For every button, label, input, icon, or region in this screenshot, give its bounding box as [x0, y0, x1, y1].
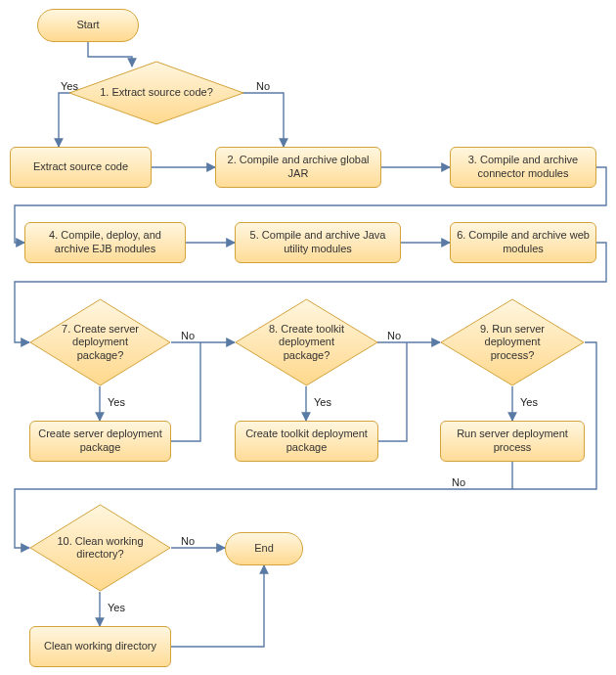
p10-label: Clean working directory: [44, 640, 156, 653]
d8-label: 8. Create toolkit deployment package?: [256, 323, 357, 362]
process-compile-global-jar: 2. Compile and archive global JAR: [215, 147, 381, 188]
start-label: Start: [76, 19, 99, 32]
decision-create-toolkit-package: 8. Create toolkit deployment package?: [235, 298, 378, 386]
d1-no: No: [256, 80, 270, 92]
d1-yes: Yes: [61, 80, 78, 92]
d7-yes: Yes: [108, 396, 125, 408]
d10-yes: Yes: [108, 602, 125, 613]
start-terminator: Start: [37, 9, 139, 42]
decision-create-server-package: 7. Create server deployment package?: [29, 298, 171, 386]
decision-run-server-deploy: 9. Run server deployment process?: [440, 298, 585, 386]
d9-yes: Yes: [520, 396, 538, 408]
process-extract-source: Extract source code: [10, 147, 152, 188]
process-compile-web: 6. Compile and archive web modules: [450, 222, 596, 263]
process-compile-java-utility: 5. Compile and archive Java utility modu…: [235, 222, 401, 263]
d7-no: No: [181, 330, 195, 341]
end-label: End: [254, 542, 274, 556]
decision-extract-source: 1. Extract source code?: [68, 61, 244, 125]
p9-label: Run server deployment process: [447, 428, 578, 455]
d1-label: 1. Extract source code?: [100, 86, 213, 99]
process-clean-working-dir: Clean working directory: [29, 626, 171, 667]
process-compile-ejb: 4. Compile, deploy, and archive EJB modu…: [24, 222, 186, 263]
d8-yes: Yes: [314, 396, 331, 408]
p4-label: 4. Compile, deploy, and archive EJB modu…: [31, 229, 179, 256]
end-terminator: End: [225, 532, 303, 565]
d7-label: 7. Create server deployment package?: [51, 323, 150, 362]
p5-label: 5. Compile and archive Java utility modu…: [242, 229, 394, 256]
d10-label: 10. Clean working directory?: [51, 535, 150, 561]
process-compile-connector: 3. Compile and archive connector modules: [450, 147, 596, 188]
process-create-toolkit-package: Create toolkit deployment package: [235, 421, 378, 462]
process-create-server-package: Create server deployment package: [29, 421, 171, 462]
p3-label: 3. Compile and archive connector modules: [457, 154, 590, 181]
p6-label: 6. Compile and archive web modules: [457, 229, 590, 256]
d8-no: No: [387, 330, 401, 341]
p2-label: 2. Compile and archive global JAR: [222, 154, 374, 181]
d9-label: 9. Run server deployment process?: [462, 323, 563, 362]
decision-clean-working-dir: 10. Clean working directory?: [29, 504, 171, 592]
p7-label: Create server deployment package: [36, 428, 164, 455]
flowchart-canvas: Start 1. Extract source code? Yes No Ext…: [0, 0, 616, 675]
d9-no: No: [452, 476, 465, 488]
d10-no: No: [181, 535, 195, 547]
p8-label: Create toolkit deployment package: [242, 428, 372, 455]
p-extract-label: Extract source code: [33, 160, 128, 174]
process-run-server-deploy: Run server deployment process: [440, 421, 585, 462]
